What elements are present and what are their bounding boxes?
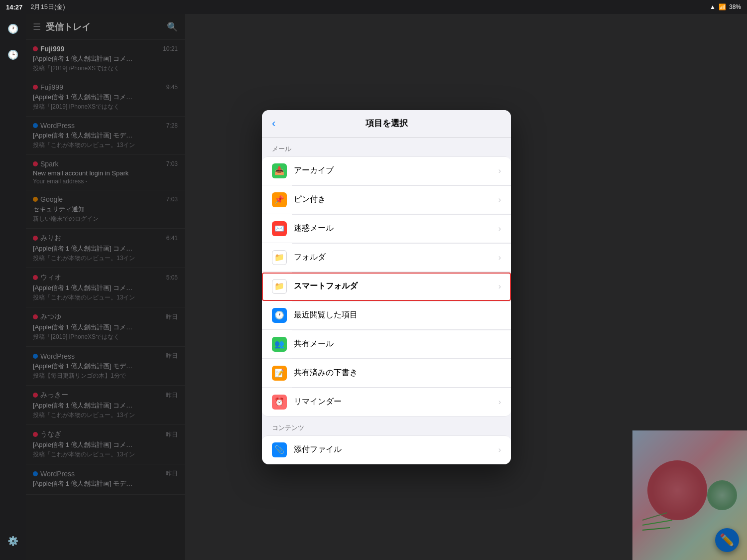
status-date: 2月15日(金) xyxy=(30,2,65,11)
list-item-label: 共有済みの下書き xyxy=(294,368,501,378)
folder-icon: 📁 xyxy=(272,250,287,265)
chevron-icon: › xyxy=(498,195,501,204)
reminder-icon: ⏰ xyxy=(272,395,287,410)
sidebar-icon-settings[interactable]: ⚙️ xyxy=(4,532,22,550)
recent-icon: 🕐 xyxy=(272,308,287,323)
list-item-spam[interactable]: ✉️ 迷惑メール › xyxy=(262,215,511,243)
list-item-reminder[interactable]: ⏰ リマインダー › xyxy=(262,388,511,416)
list-item-label: 共有メール xyxy=(294,339,501,349)
attachment-icon: 📎 xyxy=(272,442,287,457)
status-bar: 14:27 2月15日(金) ▲ 📶 38% xyxy=(0,0,747,14)
list-item-label: アーカイブ xyxy=(294,165,498,176)
archive-icon: 📥 xyxy=(272,163,287,178)
modal-dialog: ‹ 項目を選択 メール 📥 アーカイブ › 📌 ピン付き › ✉️ 迷惑メール … xyxy=(262,110,511,464)
spam-icon: ✉️ xyxy=(272,221,287,236)
chevron-icon: › xyxy=(498,445,501,454)
list-item-label: フォルダ xyxy=(294,252,498,263)
shared-icon: 👥 xyxy=(272,337,287,352)
list-item-pin[interactable]: 📌 ピン付き › xyxy=(262,186,511,214)
sidebar-icon-history[interactable]: 🕐 xyxy=(4,20,22,38)
modal-sections: メール 📥 アーカイブ › 📌 ピン付き › ✉️ 迷惑メール › 📁 フォルダ… xyxy=(262,138,511,464)
chevron-icon: › xyxy=(498,224,501,233)
smart-icon: 📁 xyxy=(272,279,287,294)
sidebar: 🕐 🕒 ⚙️ xyxy=(0,14,26,560)
modal-overlay[interactable]: ‹ 項目を選択 メール 📥 アーカイブ › 📌 ピン付き › ✉️ 迷惑メール … xyxy=(26,14,747,560)
list-item-label: 添付ファイル xyxy=(294,444,498,455)
list-item-label: リマインダー xyxy=(294,397,498,407)
sidebar-icon-clock[interactable]: 🕒 xyxy=(4,46,22,64)
list-item-label: ピン付き xyxy=(294,194,498,205)
list-item-attachment[interactable]: 📎 添付ファイル › xyxy=(262,436,511,464)
list-item-shared-mail[interactable]: 👥 共有メール xyxy=(262,330,511,359)
chevron-icon: › xyxy=(498,398,501,407)
list-item-recent[interactable]: 🕐 最近閲覧した項目 xyxy=(262,301,511,330)
wifi-icon: 📶 xyxy=(719,3,726,10)
chevron-icon: › xyxy=(498,253,501,262)
modal-header: ‹ 項目を選択 xyxy=(262,110,511,138)
list-item-label: 迷惑メール xyxy=(294,223,498,234)
chevron-icon: › xyxy=(498,282,501,291)
section-header: コンテンツ xyxy=(262,417,511,435)
modal-back-button[interactable]: ‹ xyxy=(272,117,287,130)
modal-title: 項目を選択 xyxy=(287,118,486,129)
list-item-smart-folder[interactable]: 📁 スマートフォルダ › xyxy=(262,273,511,301)
list-item-folder[interactable]: 📁 フォルダ › xyxy=(262,244,511,272)
list-item-shared-drafts[interactable]: 📝 共有済みの下書き xyxy=(262,359,511,388)
list-item-label: スマートフォルダ xyxy=(294,281,498,291)
signal-icon: ▲ xyxy=(710,3,716,10)
status-icons: ▲ 📶 38% xyxy=(710,3,741,10)
pin-icon: 📌 xyxy=(272,192,287,207)
list-item-label: 最近閲覧した項目 xyxy=(294,310,501,320)
status-time: 14:27 xyxy=(6,3,22,11)
chevron-icon: › xyxy=(498,166,501,175)
battery-icon: 38% xyxy=(729,3,741,10)
drafts-icon: 📝 xyxy=(272,366,287,381)
section-header: メール xyxy=(262,138,511,156)
list-item-archive[interactable]: 📥 アーカイブ › xyxy=(262,157,511,185)
